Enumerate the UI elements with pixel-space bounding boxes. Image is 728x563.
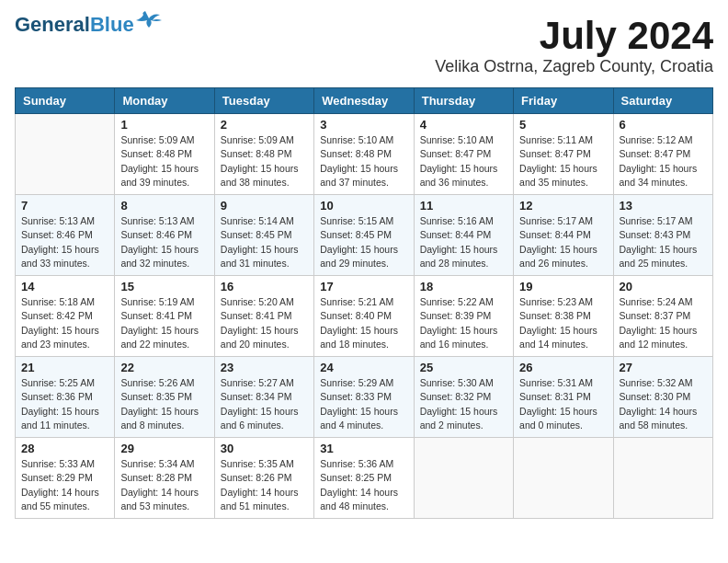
- day-info: Sunrise: 5:25 AMSunset: 8:36 PMDaylight:…: [21, 376, 108, 432]
- day-info: Sunrise: 5:17 AMSunset: 8:43 PMDaylight:…: [620, 214, 707, 270]
- calendar-cell: 28Sunrise: 5:33 AMSunset: 8:29 PMDayligh…: [16, 438, 115, 519]
- page-header: GeneralBlue July 2024 Velika Ostrna, Zag…: [15, 15, 713, 76]
- day-number: 29: [120, 442, 208, 455]
- calendar-cell: 9Sunrise: 5:14 AMSunset: 8:45 PMDaylight…: [214, 195, 313, 276]
- day-info: Sunrise: 5:16 AMSunset: 8:44 PMDaylight:…: [420, 214, 507, 270]
- weekday-header-friday: Friday: [514, 88, 613, 114]
- day-info: Sunrise: 5:09 AMSunset: 8:48 PMDaylight:…: [221, 133, 308, 190]
- calendar-cell: 25Sunrise: 5:30 AMSunset: 8:32 PMDayligh…: [414, 357, 513, 438]
- day-number: 14: [21, 280, 108, 293]
- day-number: 15: [120, 280, 208, 293]
- day-info: Sunrise: 5:13 AMSunset: 8:46 PMDaylight:…: [120, 214, 208, 270]
- day-info: Sunrise: 5:14 AMSunset: 8:45 PMDaylight:…: [221, 214, 308, 270]
- weekday-header-wednesday: Wednesday: [314, 88, 414, 114]
- calendar-cell: 22Sunrise: 5:26 AMSunset: 8:35 PMDayligh…: [115, 357, 214, 438]
- day-info: Sunrise: 5:11 AMSunset: 8:47 PMDaylight:…: [519, 133, 607, 190]
- calendar-cell: 8Sunrise: 5:13 AMSunset: 8:46 PMDaylight…: [115, 195, 214, 276]
- calendar-cell: 30Sunrise: 5:35 AMSunset: 8:26 PMDayligh…: [214, 438, 313, 519]
- day-number: 7: [21, 199, 108, 213]
- calendar-cell: 21Sunrise: 5:25 AMSunset: 8:36 PMDayligh…: [16, 357, 115, 438]
- day-number: 20: [620, 280, 707, 293]
- calendar-cell: 11Sunrise: 5:16 AMSunset: 8:44 PMDayligh…: [414, 195, 513, 276]
- calendar-week-row: 14Sunrise: 5:18 AMSunset: 8:42 PMDayligh…: [16, 276, 713, 357]
- calendar-cell: [613, 438, 712, 519]
- day-info: Sunrise: 5:29 AMSunset: 8:33 PMDaylight:…: [320, 376, 407, 432]
- day-info: Sunrise: 5:10 AMSunset: 8:48 PMDaylight:…: [320, 133, 407, 190]
- day-number: 30: [221, 442, 308, 455]
- day-number: 8: [120, 199, 208, 213]
- day-info: Sunrise: 5:13 AMSunset: 8:46 PMDaylight:…: [21, 214, 108, 270]
- day-info: Sunrise: 5:18 AMSunset: 8:42 PMDaylight:…: [21, 295, 108, 351]
- day-info: Sunrise: 5:17 AMSunset: 8:44 PMDaylight:…: [519, 214, 607, 270]
- day-number: 26: [519, 361, 607, 374]
- day-info: Sunrise: 5:31 AMSunset: 8:31 PMDaylight:…: [519, 376, 607, 432]
- day-number: 11: [420, 199, 507, 213]
- day-number: 21: [21, 361, 108, 374]
- calendar-week-row: 28Sunrise: 5:33 AMSunset: 8:29 PMDayligh…: [16, 438, 713, 519]
- day-info: Sunrise: 5:36 AMSunset: 8:25 PMDaylight:…: [320, 457, 407, 513]
- weekday-header-monday: Monday: [115, 88, 214, 114]
- day-number: 3: [320, 118, 407, 132]
- calendar-cell: 27Sunrise: 5:32 AMSunset: 8:30 PMDayligh…: [613, 357, 712, 438]
- calendar-cell: 18Sunrise: 5:22 AMSunset: 8:39 PMDayligh…: [414, 276, 513, 357]
- calendar-cell: 5Sunrise: 5:11 AMSunset: 8:47 PMDaylight…: [514, 114, 613, 195]
- calendar-cell: 13Sunrise: 5:17 AMSunset: 8:43 PMDayligh…: [613, 195, 712, 276]
- day-number: 25: [420, 361, 507, 374]
- day-number: 19: [519, 280, 607, 293]
- day-number: 22: [120, 361, 208, 374]
- day-number: 10: [320, 199, 407, 213]
- day-number: 5: [519, 118, 607, 132]
- calendar-cell: 19Sunrise: 5:23 AMSunset: 8:38 PMDayligh…: [514, 276, 613, 357]
- logo: GeneralBlue: [15, 15, 162, 35]
- calendar-cell: 15Sunrise: 5:19 AMSunset: 8:41 PMDayligh…: [115, 276, 214, 357]
- calendar-cell: 23Sunrise: 5:27 AMSunset: 8:34 PMDayligh…: [214, 357, 313, 438]
- logo-text: GeneralBlue: [15, 15, 134, 35]
- calendar-week-row: 1Sunrise: 5:09 AMSunset: 8:48 PMDaylight…: [16, 114, 713, 195]
- day-info: Sunrise: 5:27 AMSunset: 8:34 PMDaylight:…: [221, 376, 308, 432]
- day-info: Sunrise: 5:26 AMSunset: 8:35 PMDaylight:…: [120, 376, 208, 432]
- day-info: Sunrise: 5:12 AMSunset: 8:47 PMDaylight:…: [620, 133, 707, 190]
- calendar-cell: 4Sunrise: 5:10 AMSunset: 8:47 PMDaylight…: [414, 114, 513, 195]
- day-number: 9: [221, 199, 308, 213]
- day-info: Sunrise: 5:33 AMSunset: 8:29 PMDaylight:…: [21, 457, 108, 513]
- day-info: Sunrise: 5:22 AMSunset: 8:39 PMDaylight:…: [420, 295, 507, 351]
- calendar-cell: 6Sunrise: 5:12 AMSunset: 8:47 PMDaylight…: [613, 114, 712, 195]
- day-info: Sunrise: 5:35 AMSunset: 8:26 PMDaylight:…: [221, 457, 308, 513]
- calendar-table: SundayMondayTuesdayWednesdayThursdayFrid…: [15, 87, 713, 519]
- calendar-cell: [514, 438, 613, 519]
- calendar-cell: 16Sunrise: 5:20 AMSunset: 8:41 PMDayligh…: [214, 276, 313, 357]
- calendar-cell: 26Sunrise: 5:31 AMSunset: 8:31 PMDayligh…: [514, 357, 613, 438]
- day-number: 27: [620, 361, 707, 374]
- weekday-header-thursday: Thursday: [414, 88, 513, 114]
- day-info: Sunrise: 5:32 AMSunset: 8:30 PMDaylight:…: [620, 376, 707, 432]
- calendar-cell: 1Sunrise: 5:09 AMSunset: 8:48 PMDaylight…: [115, 114, 214, 195]
- weekday-header-saturday: Saturday: [613, 88, 712, 114]
- day-number: 24: [320, 361, 407, 374]
- title-block: July 2024 Velika Ostrna, Zagreb County, …: [435, 15, 713, 76]
- calendar-cell: 29Sunrise: 5:34 AMSunset: 8:28 PMDayligh…: [115, 438, 214, 519]
- day-number: 12: [519, 199, 607, 213]
- calendar-cell: 14Sunrise: 5:18 AMSunset: 8:42 PMDayligh…: [16, 276, 115, 357]
- day-number: 23: [221, 361, 308, 374]
- day-info: Sunrise: 5:10 AMSunset: 8:47 PMDaylight:…: [420, 133, 507, 190]
- day-number: 31: [320, 442, 407, 455]
- calendar-week-row: 21Sunrise: 5:25 AMSunset: 8:36 PMDayligh…: [16, 357, 713, 438]
- day-number: 6: [620, 118, 707, 132]
- day-info: Sunrise: 5:23 AMSunset: 8:38 PMDaylight:…: [519, 295, 607, 351]
- calendar-cell: 17Sunrise: 5:21 AMSunset: 8:40 PMDayligh…: [314, 276, 414, 357]
- calendar-week-row: 7Sunrise: 5:13 AMSunset: 8:46 PMDaylight…: [16, 195, 713, 276]
- day-number: 1: [120, 118, 208, 132]
- day-info: Sunrise: 5:21 AMSunset: 8:40 PMDaylight:…: [320, 295, 407, 351]
- day-info: Sunrise: 5:30 AMSunset: 8:32 PMDaylight:…: [420, 376, 507, 432]
- calendar-cell: 2Sunrise: 5:09 AMSunset: 8:48 PMDaylight…: [214, 114, 313, 195]
- calendar-cell: 24Sunrise: 5:29 AMSunset: 8:33 PMDayligh…: [314, 357, 414, 438]
- day-number: 13: [620, 199, 707, 213]
- day-number: 2: [221, 118, 308, 132]
- calendar-cell: 3Sunrise: 5:10 AMSunset: 8:48 PMDaylight…: [314, 114, 414, 195]
- day-info: Sunrise: 5:15 AMSunset: 8:45 PMDaylight:…: [320, 214, 407, 270]
- logo-bird-icon: [136, 11, 162, 31]
- calendar-cell: 20Sunrise: 5:24 AMSunset: 8:37 PMDayligh…: [613, 276, 712, 357]
- day-info: Sunrise: 5:34 AMSunset: 8:28 PMDaylight:…: [120, 457, 208, 513]
- calendar-cell: [16, 114, 115, 195]
- calendar-cell: 31Sunrise: 5:36 AMSunset: 8:25 PMDayligh…: [314, 438, 414, 519]
